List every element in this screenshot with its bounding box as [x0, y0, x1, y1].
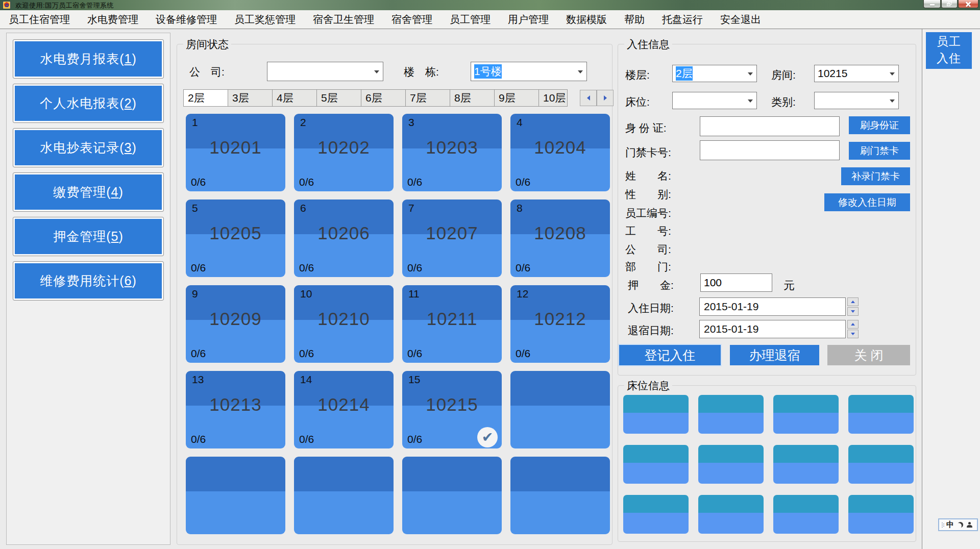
process-checkout-button[interactable]: 办理退宿 [730, 345, 819, 365]
room-card[interactable]: 10102100/6 [294, 285, 394, 363]
menu-item[interactable]: 数据模版 [557, 10, 616, 29]
minimize-button[interactable] [923, 0, 941, 8]
close-panel-button[interactable]: 关 闭 [827, 345, 910, 365]
ime-softkeyboard-icon[interactable] [967, 522, 972, 528]
room-card[interactable]: 8102080/6 [510, 199, 610, 277]
menu-item[interactable]: 员工管理 [441, 10, 499, 29]
menu-item[interactable]: 员工住宿管理 [0, 10, 79, 29]
room-card[interactable]: 5102050/6 [186, 199, 285, 277]
company-combobox[interactable] [267, 62, 383, 81]
room-card-empty[interactable] [186, 457, 285, 534]
close-button[interactable] [958, 0, 978, 8]
room-card[interactable]: 7102070/6 [402, 199, 502, 277]
restore-button[interactable] [941, 0, 958, 8]
checkin-date-field[interactable]: 2015-01-19 [699, 297, 846, 316]
room-card[interactable]: 2102020/6 [294, 114, 394, 191]
bed-card[interactable] [773, 495, 839, 534]
sidebar-button[interactable]: 水电费月报表(1) [13, 39, 164, 79]
menu-item[interactable]: 帮助 [616, 10, 653, 29]
room-card[interactable]: 11102110/6 [402, 285, 502, 363]
supplement-access-card-button[interactable]: 补录门禁卡 [841, 167, 910, 185]
room-occupancy: 0/6 [299, 176, 314, 188]
room-card[interactable]: 9102090/6 [186, 285, 285, 363]
building-combobox[interactable]: 1号楼 [471, 62, 587, 81]
spin-down-button[interactable] [847, 307, 859, 316]
floor-combobox[interactable]: 2层 [672, 65, 757, 82]
bed-card[interactable] [623, 445, 689, 484]
floor-tab[interactable]: 6层 [361, 89, 406, 107]
bed-combobox[interactable] [672, 92, 757, 109]
tab-scroll-left-button[interactable] [580, 90, 597, 106]
floor-tab[interactable]: 3层 [228, 89, 273, 107]
checkout-date-field[interactable]: 2015-01-19 [699, 320, 846, 338]
ime-language-indicator[interactable]: 中 [946, 520, 954, 530]
room-card[interactable]: 3102030/6 [402, 114, 502, 191]
scan-id-card-button[interactable]: 刷身份证 [849, 116, 910, 134]
register-checkin-button[interactable]: 登记入住 [619, 345, 721, 365]
bed-card[interactable] [698, 395, 764, 434]
room-card[interactable]: 13102130/6 [186, 371, 285, 448]
room-card[interactable]: 14102140/6 [294, 371, 394, 448]
spin-up-button[interactable] [847, 320, 859, 329]
room-card-empty[interactable] [510, 457, 610, 534]
floor-tab[interactable]: 2层 [183, 89, 228, 107]
tab-scroll-right-button[interactable] [597, 90, 614, 106]
menu-item[interactable]: 员工奖惩管理 [226, 10, 304, 29]
bed-card[interactable] [623, 495, 689, 534]
menu-item[interactable]: 托盘运行 [653, 10, 712, 29]
room-index: 11 [408, 288, 420, 300]
menu-item[interactable]: 宿舍卫生管理 [304, 10, 383, 29]
floor-tab[interactable]: 9层 [494, 89, 539, 107]
floor-tab[interactable]: 4层 [272, 89, 317, 107]
bed-card[interactable] [773, 395, 839, 434]
room-card[interactable]: 1102010/6 [186, 114, 285, 191]
ime-language-bar[interactable]: 中 [938, 518, 978, 531]
bed-card[interactable] [623, 395, 689, 434]
ime-fullwidth-moon-icon[interactable] [958, 522, 963, 528]
floor-tab[interactable]: 8层 [450, 89, 495, 107]
access-card-input[interactable] [700, 140, 840, 160]
sidebar-button[interactable]: 个人水电报表(2) [13, 84, 164, 123]
modify-checkin-date-button[interactable]: 修改入住日期 [824, 193, 910, 211]
floor-tab[interactable]: 10层 [538, 89, 568, 107]
room-card-empty[interactable] [402, 457, 502, 534]
room-occupancy: 0/6 [407, 176, 422, 188]
menu-item[interactable]: 水电费管理 [79, 10, 147, 29]
sidebar-button[interactable]: 水电抄表记录(3) [13, 128, 164, 167]
menu-item[interactable]: 宿舍管理 [383, 10, 441, 29]
category-combobox[interactable] [814, 92, 899, 109]
room-card[interactable]: 15102150/6✔ [402, 371, 502, 448]
arrow-up-icon [851, 301, 855, 303]
spin-up-button[interactable] [847, 297, 859, 306]
work-no-label: 工 号: [625, 224, 671, 238]
scan-access-card-button[interactable]: 刷门禁卡 [849, 142, 910, 160]
room-grid: 1102010/62102020/63102030/64102040/65102… [186, 114, 610, 534]
room-card[interactable]: 6102060/6 [294, 199, 394, 277]
room-card[interactable]: 4102040/6 [510, 114, 610, 191]
title-bar: 欢迎使用:国万员工宿舍管理系统 [0, 0, 980, 10]
menu-item[interactable]: 安全退出 [712, 10, 770, 29]
deposit-input[interactable] [700, 273, 772, 292]
sidebar-button[interactable]: 缴费管理(4) [13, 172, 164, 212]
bed-card[interactable] [848, 445, 914, 484]
bed-card[interactable] [848, 395, 914, 434]
room-combobox[interactable]: 10215 [814, 65, 899, 82]
bed-card[interactable] [773, 445, 839, 484]
room-card-empty[interactable] [510, 371, 610, 448]
floor-tab[interactable]: 5层 [316, 89, 361, 107]
spin-down-button[interactable] [847, 330, 859, 338]
ime-drag-handle[interactable] [942, 522, 943, 523]
id-card-input[interactable] [700, 116, 840, 136]
sidebar-button[interactable]: 维修费用统计(6) [13, 261, 164, 301]
bed-card[interactable] [848, 495, 914, 534]
room-card[interactable]: 12102120/6 [510, 285, 610, 363]
sidebar-button[interactable]: 押金管理(5) [13, 217, 164, 256]
employee-checkin-button[interactable]: 员工入住 [926, 32, 972, 69]
bed-card[interactable] [698, 445, 764, 484]
menu-item[interactable]: 设备维修管理 [147, 10, 226, 29]
bed-card[interactable] [698, 495, 764, 534]
floor-tab[interactable]: 7层 [405, 89, 450, 107]
menu-item[interactable]: 用户管理 [499, 10, 557, 29]
arrow-up-icon [851, 323, 855, 326]
room-card-empty[interactable] [294, 457, 394, 534]
